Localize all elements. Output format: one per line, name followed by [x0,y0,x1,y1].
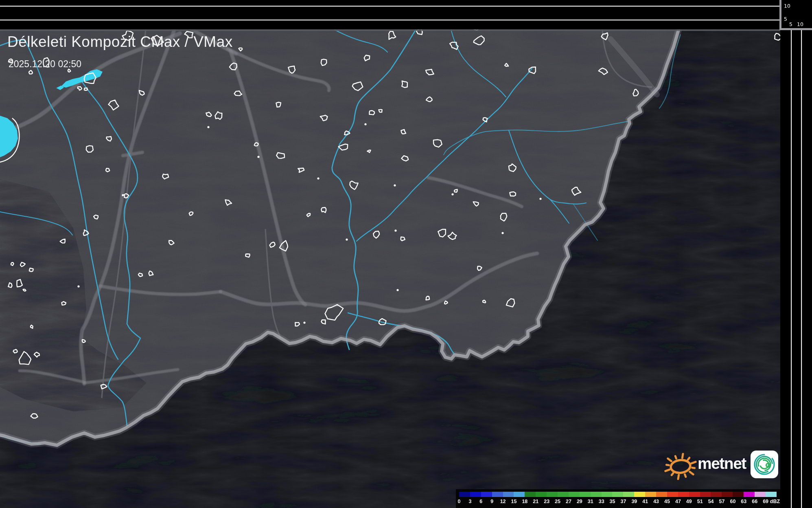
settlement-dot [346,238,348,240]
settlement-dot [77,285,79,287]
dbz-value-label: 18 [522,499,527,504]
dbz-value-label: 15 [511,499,517,504]
ruler-horizontal-label-5: 5 [787,21,795,27]
dbz-color-segment [536,492,547,497]
dbz-color-segment [744,492,755,497]
settlement-dot [451,193,453,195]
dbz-color-segment [733,492,744,497]
dbz-color-segment [700,492,711,497]
dbz-color-scale [459,492,777,497]
settlement-dot [501,232,503,234]
dbz-color-segment [547,492,558,497]
ruler-vertical-label-10: 10 [784,3,790,9]
dbz-value-label: 27 [566,499,571,504]
dbz-color-segment [678,492,689,497]
settlement-dot [394,184,396,186]
dbz-color-segment [667,492,678,497]
sun-ray [666,465,669,465]
radar-map[interactable] [0,0,812,508]
dbz-unit-label: dBZ [770,499,780,504]
sun-ray [682,454,683,458]
dbz-color-segment [558,492,569,497]
sun-ray [690,472,694,474]
dbz-color-segment [722,492,733,497]
dbz-value-label: 9 [490,499,493,504]
dbz-value-label: 0 [458,499,461,504]
dbz-value-label: 12 [500,499,506,504]
dbz-color-segment [656,492,667,497]
settlement-dot [364,123,366,125]
settlement-dot [394,229,396,231]
dbz-value-label: 66 [752,499,757,504]
sun-icon [664,448,698,482]
sun-ray [672,473,673,475]
dbz-value-label: 63 [741,499,746,504]
settlement-dot [396,289,398,291]
dbz-value-label: 39 [631,499,637,504]
sun-ray [685,475,686,477]
sun-ray [675,456,676,459]
dbz-color-segment [623,492,634,497]
dbz-color-segment [711,492,722,497]
settlement-dot [539,198,541,200]
dbz-color-segment [492,492,503,497]
timestamp: 2025.12.20 02:50 [9,59,81,70]
dbz-value-label: 54 [708,499,714,504]
dbz-value-label: 43 [653,499,659,504]
dbz-color-segment [634,492,645,497]
dbz-value-label: 37 [620,499,626,504]
metnet-logo: metnet [664,448,781,482]
page-title: Délkeleti Kompozit CMax / VMax [7,33,233,51]
settlement-dot [122,194,124,196]
dbz-color-segment [569,492,580,497]
sun-ray [678,475,679,479]
dbz-value-label: 35 [610,499,615,504]
sun-ray [665,470,670,471]
dbz-color-segment [755,492,766,497]
dbz-value-label: 29 [577,499,582,504]
dbz-value-label: 49 [686,499,692,504]
sun-ray [688,458,689,460]
dbz-value-label: 33 [599,499,604,504]
metnet-app-icon[interactable] [751,451,778,478]
dbz-color-segment [503,492,514,497]
sun-ray [668,459,672,461]
sun-ray [692,468,695,468]
dbz-value-label: 31 [588,499,593,504]
dbz-color-segment [580,492,591,497]
settlement-dot [207,126,209,128]
dbz-color-segment [689,492,700,497]
ruler-horizontal-label-10: 10 [796,21,804,27]
dbz-value-label: 41 [642,499,648,504]
dbz-value-label: 60 [730,499,735,504]
dbz-color-segment [470,492,481,497]
map-top-edge [0,29,780,31]
dbz-color-segment [612,492,623,497]
dbz-color-segment [602,492,613,497]
settlement-dot [257,156,259,158]
dbz-value-label: 51 [697,499,703,504]
dbz-color-segment [591,492,602,497]
dbz-value-label: 69 [763,499,768,504]
dbz-value-label: 6 [479,499,482,504]
sun-ray [692,462,696,464]
dbz-color-segment [459,492,470,497]
dbz-value-label: 23 [544,499,549,504]
settlement-dot [317,177,319,179]
dbz-value-label: 3 [468,499,471,504]
dbz-color-segment [645,492,656,497]
dbz-value-label: 25 [555,499,560,504]
dbz-value-label: 21 [533,499,538,504]
dbz-color-segment [766,492,777,497]
dbz-value-label: 47 [675,499,681,504]
dbz-color-segment [525,492,536,497]
dbz-color-segment [481,492,492,497]
radar-composite-screen: Délkeleti Kompozit CMax / VMax 2025.12.2… [0,0,812,508]
logo-text: metnet [698,455,746,473]
dbz-color-segment [514,492,525,497]
dbz-value-label: 45 [664,499,670,504]
dbz-color-legend: 0369121518212325272931333537394143454749… [456,489,780,508]
dbz-value-label: 57 [719,499,725,504]
settlement-dot [303,321,305,323]
